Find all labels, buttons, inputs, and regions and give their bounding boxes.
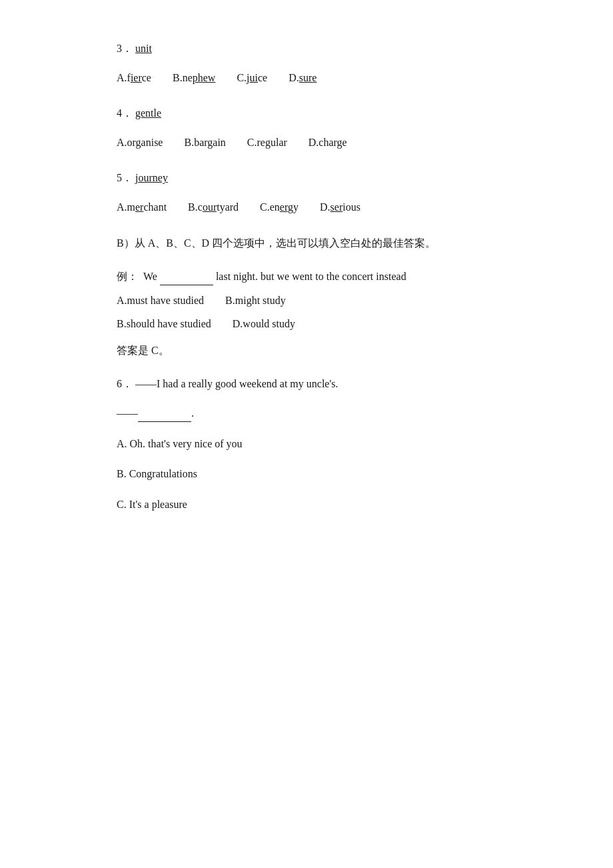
q5-opt-a: A.merchant xyxy=(117,201,167,213)
example-options-row2: B.should have studied D.would study xyxy=(117,315,493,333)
q6-dash-prefix: —— xyxy=(117,407,138,419)
q6-title: 6． ——I had a really good weekend at my u… xyxy=(117,375,493,393)
q5-keyword: journey xyxy=(135,172,168,183)
question-4: 4． gentle A.organise B.bargain C.regular… xyxy=(117,105,493,151)
q6-opt-b: B. Congratulations xyxy=(117,465,493,483)
q6-options: A. Oh. that's very nice of you B. Congra… xyxy=(117,435,493,513)
q6-response-blank: —— . xyxy=(117,404,493,422)
q5-opt-c: C.energy xyxy=(260,201,299,213)
q3-opt-a: A.fierce xyxy=(117,72,151,83)
q4-opt-a: A.organise xyxy=(117,137,163,148)
section-b-text: B）从 A、B、C、D 四个选项中，选出可以填入空白处的最佳答案。 xyxy=(117,237,436,249)
q3-options: A.fierce B.nephew C.juice D.sure xyxy=(117,69,493,87)
example-answer: 答案是 C。 xyxy=(117,342,493,359)
example-sentence-after: last night. but we went to the concert i… xyxy=(216,271,406,282)
q6-opt-c: C. It's a pleasure xyxy=(117,496,493,513)
question-5: 5． journey A.merchant B.courtyard C.ener… xyxy=(117,169,493,215)
q6-number: 6． xyxy=(117,378,133,389)
q3-number: 3． xyxy=(117,43,133,54)
q4-opt-d: D.charge xyxy=(308,137,347,148)
q4-keyword: gentle xyxy=(135,107,161,119)
example-opt-b2: B.should have studied xyxy=(117,318,211,329)
example-opt-a: A.must have studied xyxy=(117,295,204,306)
q5-title: 5． journey xyxy=(117,169,493,187)
q4-opt-c: C.regular xyxy=(247,137,287,148)
example-opt-b: B.might study xyxy=(225,295,286,306)
q6-opt-b-text: B. Congratulations xyxy=(117,468,197,479)
q4-title: 4． gentle xyxy=(117,105,493,122)
q3-opt-c: C.juice xyxy=(237,72,267,83)
example-block: 例： We last night. but we went to the con… xyxy=(117,267,493,359)
q6-blank xyxy=(138,404,191,422)
example-options-row1: A.must have studied B.might study xyxy=(117,292,493,309)
example-sentence: 例： We last night. but we went to the con… xyxy=(117,267,493,285)
q3-keyword: unit xyxy=(135,43,152,54)
q4-opt-b: B.bargain xyxy=(184,137,225,148)
question-6: 6． ——I had a really good weekend at my u… xyxy=(117,375,493,513)
q3-opt-d: D.sure xyxy=(289,72,316,83)
q5-number: 5． xyxy=(117,172,133,183)
example-blank xyxy=(160,267,213,285)
q6-opt-a: A. Oh. that's very nice of you xyxy=(117,435,493,453)
q6-prompt: ——I had a really good weekend at my uncl… xyxy=(135,378,338,389)
q4-number: 4． xyxy=(117,107,133,119)
q4-options: A.organise B.bargain C.regular D.charge xyxy=(117,134,493,151)
q5-opt-d: D.serious xyxy=(320,201,360,213)
section-b-header: B）从 A、B、C、D 四个选项中，选出可以填入空白处的最佳答案。 xyxy=(117,235,493,252)
q3-title: 3． unit xyxy=(117,40,493,57)
q6-opt-c-text: C. It's a pleasure xyxy=(117,499,187,510)
q6-period: . xyxy=(191,407,194,419)
q5-options: A.merchant B.courtyard C.energy D.seriou… xyxy=(117,199,493,216)
question-3: 3． unit A.fierce B.nephew C.juice D.sure xyxy=(117,40,493,86)
q3-opt-b: B.nephew xyxy=(173,72,215,83)
q5-opt-b: B.courtyard xyxy=(188,201,239,213)
example-opt-d: D.would study xyxy=(233,318,295,329)
example-label: 例： We xyxy=(117,271,157,282)
q6-opt-a-text: A. Oh. that's very nice of you xyxy=(117,438,243,449)
